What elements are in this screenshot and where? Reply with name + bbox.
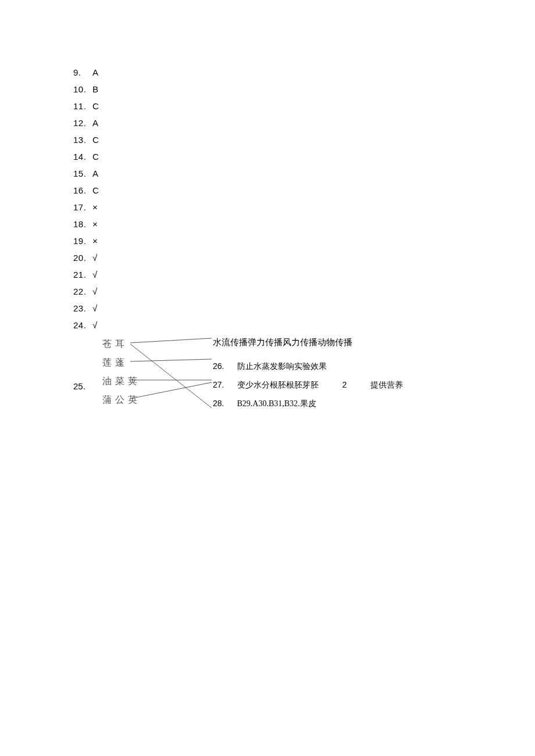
answer-row: 23.√	[73, 300, 535, 317]
answer-row: 15.A	[73, 165, 535, 182]
answer-index: 26.	[213, 357, 235, 375]
answer-row: 14.C	[73, 148, 535, 165]
answer-number: 20.	[73, 249, 92, 266]
svg-line-0	[130, 338, 212, 343]
answer-value: A	[92, 114, 99, 131]
answer-value: A	[92, 64, 99, 81]
answer-row: 22.√	[73, 283, 535, 300]
answer-value: C	[92, 131, 99, 148]
answer-value: √	[92, 300, 98, 317]
answer-row: 11.C	[73, 98, 535, 114]
answer-row: 17.×	[73, 199, 535, 216]
answer-index: 27.	[213, 375, 235, 394]
answer-row: 16.C	[73, 182, 535, 199]
answer-number: 24.	[73, 317, 92, 334]
answer-26: 26. 防止水蒸发影响实验效果	[213, 357, 403, 375]
svg-line-4	[130, 382, 212, 399]
answer-index: 28.	[213, 394, 235, 413]
answer-row: 12.A	[73, 114, 535, 131]
svg-line-1	[130, 344, 212, 408]
answer-number: 12.	[73, 114, 92, 131]
answer-number: 21.	[73, 266, 92, 283]
answer-row: 20.√	[73, 249, 535, 266]
answer-number: 10.	[73, 81, 92, 98]
answer-row: 10.B	[73, 81, 535, 98]
answer-text: 提供营养	[370, 381, 403, 389]
answer-number: 14.	[73, 148, 92, 165]
answer-text: 变少水分根胚根胚芽胚	[237, 381, 319, 389]
answer-row: 9.A	[73, 64, 535, 81]
answer-value: ×	[92, 232, 98, 249]
answer-number: 18.	[73, 216, 92, 232]
answer-value: √	[92, 249, 98, 266]
answer-value: √	[92, 266, 98, 283]
answer-number: 22.	[73, 283, 92, 300]
answer-number: 11.	[73, 98, 92, 114]
answer-value: C	[92, 182, 99, 199]
document-page: 9.A10.B11.C12.A13.C14.C15.A16.C17.×18.×1…	[0, 0, 535, 334]
q25-right-heading: 水流传播弹力传播风力传播动物传播	[213, 337, 352, 348]
answer-number: 15.	[73, 165, 92, 182]
answer-value: ×	[92, 199, 98, 216]
answer-row: 13.C	[73, 131, 535, 148]
answer-number: 16.	[73, 182, 92, 199]
answer-text: B29.A30.B31,B32.果皮	[237, 399, 316, 408]
answer-number: 17.	[73, 199, 92, 216]
answer-list: 9.A10.B11.C12.A13.C14.C15.A16.C17.×18.×1…	[73, 64, 535, 334]
answer-text: 防止水蒸发影响实验效果	[237, 362, 327, 371]
answer-28: 28. B29.A30.B31,B32.果皮	[213, 394, 403, 413]
answer-value: √	[92, 283, 98, 300]
answer-mid: 2	[343, 380, 347, 389]
answer-27: 27. 变少水分根胚根胚芽胚 2 提供营养	[213, 375, 403, 394]
answer-number: 9.	[73, 64, 92, 81]
q25-number: 25.	[73, 381, 85, 391]
answer-number: 19.	[73, 232, 92, 249]
answer-row: 19.×	[73, 232, 535, 249]
answer-value: C	[92, 148, 99, 165]
svg-line-2	[130, 359, 212, 361]
answer-value: ×	[92, 216, 98, 232]
answer-row: 24.√	[73, 317, 535, 334]
answer-value: A	[92, 165, 99, 182]
answer-row: 21.√	[73, 266, 535, 283]
answer-value: B	[92, 81, 99, 98]
matching-lines-icon	[130, 336, 217, 411]
answer-value: √	[92, 317, 98, 334]
answer-row: 18.×	[73, 216, 535, 232]
answer-number: 13.	[73, 131, 92, 148]
answer-number: 23.	[73, 300, 92, 317]
answer-value: C	[92, 98, 99, 114]
q25-right-answers: 26. 防止水蒸发影响实验效果 27. 变少水分根胚根胚芽胚 2 提供营养 28…	[213, 357, 403, 413]
